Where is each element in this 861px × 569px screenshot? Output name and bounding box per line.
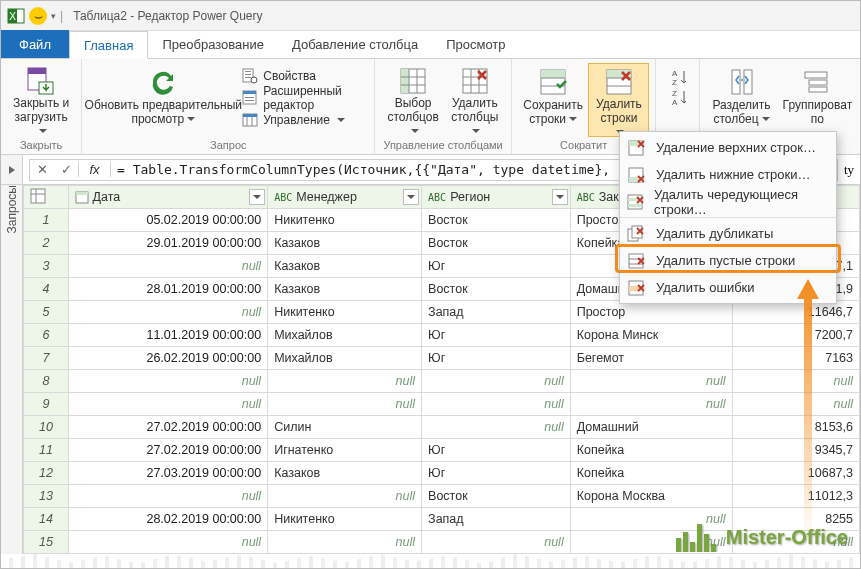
table-row[interactable]: 1027.02.2019 00:00:00СилинnullДомашний81… bbox=[24, 416, 860, 439]
formula-accept-icon[interactable]: ✓ bbox=[54, 162, 78, 177]
remove-top-rows-item[interactable]: Удаление верхних строк… bbox=[620, 134, 836, 161]
view-tab[interactable]: Просмотр bbox=[432, 30, 519, 58]
manage-icon bbox=[242, 112, 258, 128]
table-row[interactable]: 9nullnullnullnullnull bbox=[24, 393, 860, 416]
remove-blank-rows-item[interactable]: Удалить пустые строки bbox=[620, 247, 836, 274]
svg-rect-9 bbox=[245, 77, 251, 78]
select-all-header[interactable] bbox=[24, 186, 69, 209]
group-by-button[interactable]: Группироват по bbox=[777, 63, 859, 137]
table-row[interactable]: 611.01.2019 00:00:00МихайловЮгКорона Мин… bbox=[24, 324, 860, 347]
svg-rect-68 bbox=[690, 542, 695, 552]
col-manager-header[interactable]: ABCМенеджер bbox=[268, 186, 422, 209]
remove-bottom-rows-item[interactable]: Удалить нижние строки… bbox=[620, 161, 836, 188]
svg-rect-69 bbox=[697, 524, 702, 552]
table-row[interactable]: 1127.02.2019 00:00:00ИгнатенкоЮгКопейка9… bbox=[24, 439, 860, 462]
editor-icon bbox=[242, 90, 258, 106]
excel-icon: X bbox=[7, 7, 25, 25]
remove-rows-button[interactable]: Удалить строки bbox=[588, 63, 649, 137]
remove-dupes-icon bbox=[626, 224, 646, 244]
qat-dropdown-icon[interactable]: ▾ bbox=[51, 11, 56, 21]
svg-rect-51 bbox=[76, 192, 88, 195]
queries-pane[interactable]: Запросы bbox=[1, 185, 23, 568]
svg-rect-31 bbox=[541, 70, 565, 78]
svg-text:Z: Z bbox=[672, 89, 677, 98]
sort-asc-icon[interactable]: AZ bbox=[670, 69, 686, 85]
properties-icon bbox=[242, 68, 258, 84]
svg-rect-45 bbox=[809, 80, 827, 85]
remove-errors-item[interactable]: Удалить ошибки bbox=[620, 274, 836, 301]
table-row[interactable]: 726.02.2019 00:00:00МихайловЮгБегемот716… bbox=[24, 347, 860, 370]
svg-text:A: A bbox=[672, 69, 678, 78]
svg-rect-71 bbox=[711, 544, 716, 552]
remove-columns-button[interactable]: Удалить столбцы bbox=[445, 63, 505, 137]
svg-rect-4 bbox=[28, 68, 46, 74]
col-filter-icon[interactable] bbox=[403, 189, 419, 205]
svg-rect-67 bbox=[683, 532, 688, 552]
watermark: Mister-Office bbox=[676, 522, 848, 552]
table-row[interactable]: 8nullnullnullnullnull bbox=[24, 370, 860, 393]
remove-blank-icon bbox=[626, 251, 646, 271]
remove-duplicates-item[interactable]: Удалить дубликаты bbox=[620, 220, 836, 247]
refresh-preview-button[interactable]: Обновить предварительный просмотр bbox=[88, 63, 238, 137]
close-group-label: Закрыть bbox=[7, 138, 75, 152]
separator: | bbox=[60, 9, 63, 23]
smile-icon[interactable] bbox=[29, 7, 47, 25]
formula-cancel-icon[interactable]: ✕ bbox=[30, 162, 54, 177]
svg-rect-58 bbox=[628, 204, 642, 207]
svg-rect-44 bbox=[805, 72, 827, 78]
svg-point-10 bbox=[251, 77, 257, 83]
remove-bottom-icon bbox=[626, 165, 646, 185]
ribbon-tabs: Файл Главная Преобразование Добавление с… bbox=[1, 31, 860, 59]
svg-rect-16 bbox=[243, 114, 257, 117]
remove-top-icon bbox=[626, 138, 646, 158]
svg-text:Z: Z bbox=[672, 78, 677, 87]
title-bar: X ▾ | Таблица2 - Редактор Power Query bbox=[1, 1, 860, 31]
queries-pane-toggle[interactable] bbox=[1, 155, 23, 184]
transform-tab[interactable]: Преобразование bbox=[148, 30, 278, 58]
table-row[interactable]: 1227.03.2019 00:00:00КазаковЮгКопейка106… bbox=[24, 462, 860, 485]
remove-errors-icon bbox=[626, 278, 646, 298]
svg-text:A: A bbox=[672, 98, 678, 107]
query-group-label: Запрос bbox=[88, 138, 368, 152]
col-filter-icon[interactable] bbox=[552, 189, 568, 205]
addcolumn-tab[interactable]: Добавление столбца bbox=[278, 30, 432, 58]
manage-button[interactable]: Управление bbox=[238, 109, 368, 131]
svg-rect-13 bbox=[245, 97, 254, 98]
torn-edge bbox=[1, 554, 860, 568]
svg-rect-20 bbox=[401, 69, 409, 93]
svg-rect-12 bbox=[243, 91, 256, 94]
file-tab[interactable]: Файл bbox=[1, 30, 69, 58]
svg-rect-43 bbox=[744, 70, 752, 94]
formula-overflow: ty bbox=[844, 162, 860, 178]
remove-rows-menu: Удаление верхних строк… Удалить нижние с… bbox=[619, 131, 837, 304]
svg-rect-8 bbox=[245, 74, 251, 75]
svg-text:X: X bbox=[9, 11, 16, 22]
advanced-editor-button[interactable]: Расширенный редактор bbox=[238, 87, 368, 109]
svg-rect-70 bbox=[704, 534, 709, 552]
table-row[interactable]: 13nullnullВостокКорона Москва11012,3 bbox=[24, 485, 860, 508]
remove-alt-icon bbox=[626, 192, 644, 212]
col-date-header[interactable]: Дата bbox=[69, 186, 268, 209]
sort-desc-icon[interactable]: ZA bbox=[670, 89, 686, 105]
svg-rect-14 bbox=[245, 100, 254, 101]
close-load-button[interactable]: Закрыть и загрузить bbox=[7, 63, 75, 137]
svg-rect-7 bbox=[245, 71, 251, 72]
keep-rows-button[interactable]: Сохранить строки bbox=[518, 63, 589, 137]
manage-cols-group-label: Управление столбцами bbox=[381, 138, 504, 152]
fx-label: fx bbox=[79, 162, 111, 177]
window-title: Таблица2 - Редактор Power Query bbox=[73, 9, 262, 23]
svg-rect-66 bbox=[676, 538, 681, 552]
remove-alternate-rows-item[interactable]: Удалить чередующиеся строки… bbox=[620, 188, 836, 215]
svg-rect-46 bbox=[809, 87, 827, 92]
choose-columns-button[interactable]: Выбор столбцов bbox=[381, 63, 444, 137]
svg-rect-42 bbox=[732, 70, 740, 94]
home-tab[interactable]: Главная bbox=[69, 31, 148, 59]
split-column-button[interactable]: Разделить столбец bbox=[706, 63, 776, 137]
svg-rect-47 bbox=[31, 189, 45, 203]
col-filter-icon[interactable] bbox=[249, 189, 265, 205]
col-region-header[interactable]: ABCРегион bbox=[422, 186, 571, 209]
